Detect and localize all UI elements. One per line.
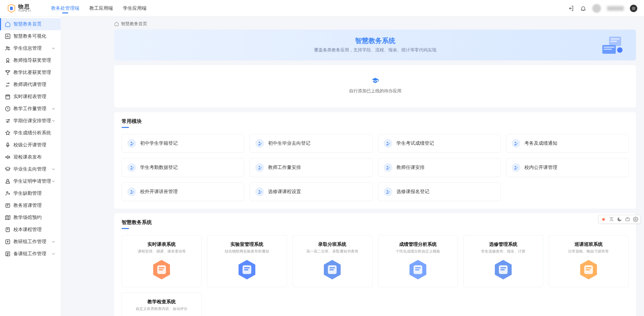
medal-icon — [5, 57, 11, 63]
top-tabs: 教务处管理端 教工应用端 学生应用端 — [51, 1, 146, 16]
module-card-9[interactable]: 选修课课程设置 — [250, 182, 372, 201]
svg-point-27 — [131, 166, 132, 167]
svg-point-26 — [515, 142, 516, 143]
svg-rect-41 — [244, 269, 248, 270]
sidebar-item-5[interactable]: 教师调代课管理 — [0, 79, 60, 91]
system-card-3[interactable]: 成绩管理分析系统个性化成绩分析自定义模板 — [378, 235, 458, 287]
module-card-6[interactable]: 教师任课安排 — [378, 158, 501, 177]
svg-rect-20 — [604, 47, 614, 48]
sidebar-item-6[interactable]: 实时课程表管理 — [0, 91, 60, 103]
person-icon — [384, 163, 392, 172]
svg-rect-48 — [415, 267, 421, 268]
module-card-10[interactable]: 选修课报名登记 — [378, 182, 501, 201]
list-icon — [5, 251, 11, 257]
svg-rect-52 — [501, 267, 506, 268]
svg-rect-17 — [611, 38, 619, 40]
module-card-3[interactable]: 考务及成绩通知 — [506, 134, 629, 153]
svg-rect-36 — [159, 267, 164, 268]
sidebar-item-7[interactable]: 教学工作量管理 — [0, 103, 60, 115]
sidebar-item-18[interactable]: 教研组工作管理 — [0, 236, 60, 248]
sidebar-item-label: 校级公开课管理 — [13, 142, 46, 148]
sidebar-item-label: 教学工作量管理 — [13, 106, 46, 112]
exit-icon[interactable] — [568, 5, 574, 11]
module-label: 选修课课程设置 — [268, 189, 301, 195]
sidebar-item-15[interactable]: 教务巡课管理 — [0, 199, 60, 212]
sidebar-item-label: 学生缺勤管理 — [13, 190, 42, 196]
gear-icon[interactable] — [633, 217, 638, 222]
tab-teacher[interactable]: 教工应用端 — [89, 1, 113, 16]
module-card-1[interactable]: 初中生毕业去向登记 — [250, 134, 372, 153]
module-label: 教师工作量安排 — [268, 165, 301, 171]
mic-icon — [5, 142, 11, 148]
system-card-0[interactable]: 教学检查系统自定义各类检查内容、自动评分 — [122, 292, 202, 316]
module-label: 学生考试成绩登记 — [396, 140, 434, 146]
sidebar-item-14[interactable]: 学生缺勤管理 — [0, 187, 60, 199]
sidebar-item-16[interactable]: 教学场馆预约 — [0, 212, 60, 224]
sidebar-item-label: 智慧教务首页 — [13, 21, 42, 27]
sidebar-item-1[interactable]: 智慧教务可视化 — [0, 30, 60, 42]
system-card-0[interactable]: 实时课表系统课程安排、调课、课表变动等 — [122, 235, 202, 287]
paw-icon[interactable]: ✺ — [601, 217, 606, 222]
system-title: 实时课表系统 — [125, 241, 198, 247]
sidebar-item-2[interactable]: 学生信息管理 — [0, 42, 60, 54]
svg-rect-0 — [10, 7, 13, 10]
tab-admin[interactable]: 教务处管理端 — [51, 1, 79, 16]
username-blur — [607, 6, 624, 11]
sidebar-item-label: 教师调代课管理 — [13, 82, 46, 88]
absent-icon — [5, 190, 11, 196]
system-card-5[interactable]: 巡课巡班系统日常巡检、晚自习巡班等 — [549, 235, 629, 287]
moon-icon[interactable] — [617, 217, 622, 222]
system-illustration-icon — [577, 258, 600, 281]
sidebar-item-11[interactable]: 迎检课表发布 — [0, 151, 60, 163]
module-card-7[interactable]: 校内公开课管理 — [506, 158, 629, 177]
module-card-2[interactable]: 学生考试成绩登记 — [378, 134, 501, 153]
svg-point-23 — [131, 142, 132, 143]
sidebar-item-19[interactable]: 备课组工作管理 — [0, 248, 60, 260]
svg-rect-37 — [159, 269, 163, 270]
module-label: 校外开课讲座管理 — [140, 189, 178, 195]
sidebar-item-4[interactable]: 教学比赛获奖管理 — [0, 66, 60, 79]
sidebar-item-label: 智慧教务可视化 — [13, 33, 46, 39]
sidebar-item-17[interactable]: 校本课程管理 — [0, 224, 60, 236]
module-label: 学生考勤数据登记 — [140, 165, 178, 171]
section-title-modules: 常用模块 — [122, 118, 629, 128]
toolkit-icon[interactable] — [625, 217, 630, 222]
module-card-4[interactable]: 学生考勤数据登记 — [122, 158, 244, 177]
sidebar-item-0[interactable]: 智慧教务首页 — [0, 18, 60, 30]
svg-point-2 — [6, 47, 8, 48]
svg-point-30 — [515, 166, 516, 167]
sidebar-item-9[interactable]: 学生成绩分析系统 — [0, 127, 60, 139]
sidebar-item-13[interactable]: 学生证明申请管理 — [0, 175, 60, 187]
system-illustration-icon — [150, 258, 173, 281]
menu-badge-icon[interactable] — [630, 5, 637, 12]
system-card-2[interactable]: 录取分班系统高一高二分班、录取通知书查询 — [292, 235, 372, 287]
sidebar-item-12[interactable]: 毕业生去向管理 — [0, 163, 60, 175]
sidebar-item-3[interactable]: 教师指导获奖管理 — [0, 54, 60, 66]
upload-icon — [5, 239, 11, 245]
bell-icon[interactable] — [580, 5, 586, 11]
person-icon — [127, 187, 136, 196]
module-card-8[interactable]: 校外开课讲座管理 — [122, 182, 244, 201]
avatar[interactable] — [592, 4, 601, 13]
person-icon — [384, 139, 392, 148]
system-card-1[interactable]: 实验室管理系统结合物联网实验发布和通知 — [207, 235, 287, 287]
ime-label[interactable]: 五 — [609, 217, 614, 222]
sidebar-item-8[interactable]: 学期任课安排管理 — [0, 115, 60, 127]
module-card-5[interactable]: 教师工作量安排 — [250, 158, 372, 177]
empty-hint-text: 自行添加已上线的待办应用 — [122, 88, 629, 94]
tab-student[interactable]: 学生应用端 — [123, 1, 146, 16]
module-label: 教师任课安排 — [396, 165, 425, 171]
svg-rect-49 — [415, 269, 419, 270]
trophy-icon — [5, 70, 11, 76]
module-card-0[interactable]: 初中学生学籍登记 — [122, 134, 244, 153]
person-icon — [512, 139, 520, 148]
svg-point-31 — [131, 190, 132, 191]
main-content: 智慧教务首页 智慧教务系统 覆盖各类教务应用，支持字段、流程、报表、统计等零代码… — [60, 17, 644, 316]
logo: 物思 TOPETI — [7, 4, 31, 13]
banner: 智慧教务系统 覆盖各类教务应用，支持字段、流程、报表、统计等零代码实现 — [114, 30, 636, 60]
svg-rect-44 — [330, 267, 335, 268]
sidebar-item-label: 迎检课表发布 — [13, 154, 42, 160]
system-card-4[interactable]: 选修管理系统学生选修发布、报名、计算 — [463, 235, 543, 287]
svg-point-4 — [6, 58, 9, 61]
sidebar-item-10[interactable]: 校级公开课管理 — [0, 139, 60, 151]
